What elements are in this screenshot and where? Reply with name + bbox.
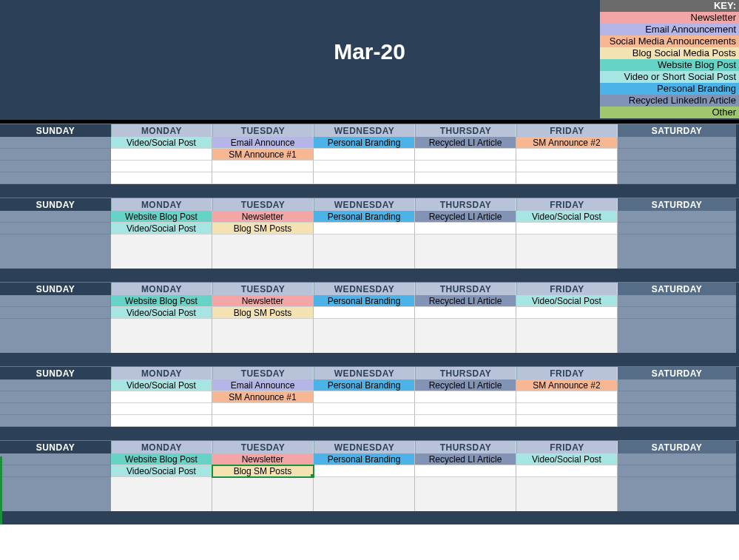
calendar-cell[interactable] bbox=[314, 223, 415, 235]
calendar-cell[interactable] bbox=[0, 211, 111, 223]
calendar-cell[interactable] bbox=[111, 415, 212, 427]
calendar-cell[interactable]: Video/Social Post bbox=[111, 465, 212, 477]
calendar-cell-tail[interactable] bbox=[516, 235, 618, 269]
calendar-cell[interactable]: Email Announce bbox=[212, 379, 314, 391]
calendar-cell[interactable] bbox=[314, 172, 415, 184]
calendar-cell-tail[interactable] bbox=[618, 319, 736, 353]
calendar-cell[interactable] bbox=[111, 391, 212, 403]
calendar-cell[interactable]: SM Announce #2 bbox=[516, 379, 618, 391]
calendar-cell[interactable] bbox=[618, 172, 736, 184]
calendar-cell[interactable]: Website Blog Post bbox=[111, 453, 212, 465]
calendar-cell-tail[interactable] bbox=[516, 477, 618, 511]
calendar-cell[interactable]: Video/Social Post bbox=[516, 453, 618, 465]
calendar-cell[interactable] bbox=[314, 415, 415, 427]
calendar-cell[interactable] bbox=[415, 172, 516, 184]
calendar-cell-tail[interactable] bbox=[516, 319, 618, 353]
calendar-cell[interactable] bbox=[314, 161, 415, 172]
calendar-cell[interactable] bbox=[314, 465, 415, 477]
calendar-cell[interactable] bbox=[0, 453, 111, 465]
calendar-cell-tail[interactable] bbox=[618, 477, 736, 511]
calendar-cell[interactable] bbox=[516, 415, 618, 427]
calendar-cell[interactable]: Blog SM Posts bbox=[212, 223, 314, 235]
calendar-cell[interactable] bbox=[618, 415, 736, 427]
calendar-cell[interactable]: SM Announce #1 bbox=[212, 149, 314, 161]
calendar-cell[interactable]: Website Blog Post bbox=[111, 295, 212, 307]
calendar-cell[interactable] bbox=[212, 172, 314, 184]
calendar-cell[interactable] bbox=[415, 415, 516, 427]
calendar-cell[interactable] bbox=[314, 391, 415, 403]
calendar-cell[interactable] bbox=[618, 223, 736, 235]
calendar-cell[interactable] bbox=[314, 149, 415, 161]
calendar-cell-tail[interactable] bbox=[111, 477, 212, 511]
calendar-cell-tail[interactable] bbox=[111, 319, 212, 353]
calendar-cell[interactable] bbox=[516, 223, 618, 235]
calendar-cell-tail[interactable] bbox=[212, 319, 314, 353]
calendar-cell[interactable]: Recycled LI Article bbox=[415, 379, 516, 391]
calendar-cell[interactable] bbox=[415, 223, 516, 235]
calendar-cell-tail[interactable] bbox=[415, 477, 516, 511]
calendar-cell[interactable] bbox=[0, 391, 111, 403]
calendar-cell[interactable] bbox=[516, 161, 618, 172]
calendar-cell[interactable] bbox=[618, 307, 736, 319]
calendar-cell[interactable] bbox=[415, 161, 516, 172]
calendar-cell[interactable] bbox=[516, 307, 618, 319]
calendar-cell[interactable] bbox=[618, 379, 736, 391]
calendar-cell[interactable]: Newsletter bbox=[212, 295, 314, 307]
calendar-cell[interactable] bbox=[111, 172, 212, 184]
calendar-cell[interactable] bbox=[0, 223, 111, 235]
calendar-cell[interactable] bbox=[415, 403, 516, 415]
calendar-cell[interactable] bbox=[111, 149, 212, 161]
calendar-cell[interactable]: Website Blog Post bbox=[111, 211, 212, 223]
calendar-cell[interactable] bbox=[516, 465, 618, 477]
calendar-cell-tail[interactable] bbox=[0, 477, 111, 511]
calendar-cell[interactable] bbox=[618, 403, 736, 415]
calendar-cell[interactable]: Personal Branding bbox=[314, 453, 415, 465]
calendar-cell[interactable] bbox=[111, 403, 212, 415]
calendar-cell[interactable] bbox=[618, 211, 736, 223]
calendar-cell[interactable] bbox=[314, 403, 415, 415]
calendar-cell[interactable]: Recycled LI Article bbox=[415, 453, 516, 465]
calendar-cell-tail[interactable] bbox=[415, 235, 516, 269]
calendar-cell[interactable] bbox=[0, 379, 111, 391]
calendar-cell[interactable]: Personal Branding bbox=[314, 211, 415, 223]
calendar-cell[interactable]: SM Announce #1 bbox=[212, 391, 314, 403]
calendar-cell[interactable] bbox=[516, 391, 618, 403]
calendar-cell[interactable] bbox=[0, 137, 111, 149]
calendar-cell[interactable] bbox=[516, 403, 618, 415]
calendar-cell-tail[interactable] bbox=[212, 235, 314, 269]
calendar-cell[interactable]: Video/Social Post bbox=[111, 223, 212, 235]
calendar-cell[interactable] bbox=[0, 149, 111, 161]
calendar-cell[interactable] bbox=[415, 465, 516, 477]
calendar-cell-tail[interactable] bbox=[314, 477, 415, 511]
calendar-cell[interactable]: Video/Social Post bbox=[111, 379, 212, 391]
calendar-cell-tail[interactable] bbox=[314, 319, 415, 353]
calendar-cell[interactable]: Personal Branding bbox=[314, 379, 415, 391]
calendar-cell[interactable] bbox=[415, 391, 516, 403]
calendar-cell-tail[interactable] bbox=[212, 477, 314, 511]
calendar-cell[interactable]: Recycled LI Article bbox=[415, 137, 516, 149]
calendar-cell[interactable]: Personal Branding bbox=[314, 295, 415, 307]
calendar-cell[interactable] bbox=[212, 415, 314, 427]
calendar-cell-tail[interactable] bbox=[0, 319, 111, 353]
calendar-cell[interactable]: Newsletter bbox=[212, 211, 314, 223]
calendar-cell-tail[interactable] bbox=[314, 235, 415, 269]
calendar-cell[interactable] bbox=[516, 149, 618, 161]
calendar-cell[interactable] bbox=[618, 391, 736, 403]
calendar-cell[interactable]: Video/Social Post bbox=[516, 295, 618, 307]
calendar-cell[interactable] bbox=[415, 307, 516, 319]
calendar-cell[interactable]: Newsletter bbox=[212, 453, 314, 465]
calendar-cell-selected[interactable]: Blog SM Posts bbox=[212, 465, 314, 477]
calendar-cell-tail[interactable] bbox=[618, 235, 736, 269]
calendar-cell[interactable] bbox=[0, 172, 111, 184]
calendar-cell[interactable]: Personal Branding bbox=[314, 137, 415, 149]
calendar-cell[interactable] bbox=[618, 161, 736, 172]
calendar-cell[interactable] bbox=[0, 465, 111, 477]
calendar-cell[interactable] bbox=[0, 295, 111, 307]
calendar-cell[interactable]: SM Announce #2 bbox=[516, 137, 618, 149]
calendar-cell[interactable]: Recycled LI Article bbox=[415, 211, 516, 223]
calendar-cell[interactable] bbox=[314, 307, 415, 319]
calendar-cell[interactable] bbox=[618, 295, 736, 307]
calendar-cell-tail[interactable] bbox=[415, 319, 516, 353]
calendar-cell[interactable] bbox=[0, 415, 111, 427]
calendar-cell[interactable] bbox=[415, 149, 516, 161]
